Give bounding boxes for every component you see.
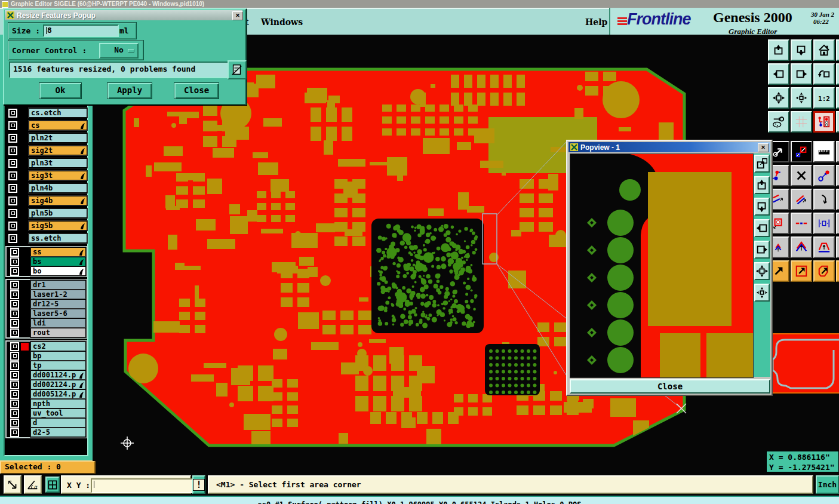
previous-view-button[interactable] [813,63,835,85]
layer-visibility-checkbox[interactable] [10,328,19,337]
popview-pan-left-button[interactable] [754,219,770,237]
popview-fit-view-button[interactable] [754,262,770,280]
dash-line-button[interactable] [791,213,812,234]
xy-input[interactable] [91,478,193,493]
toolbar-button-clipped[interactable] [836,111,839,133]
units-button[interactable]: Inch [816,475,839,494]
net-highlight-button[interactable] [813,111,835,133]
layer-color-chip[interactable] [19,134,27,142]
layer-label[interactable]: uv_tool [30,408,86,418]
paste-down-button[interactable] [791,39,812,61]
layer-visibility-checkbox[interactable] [8,184,17,193]
layer-label[interactable]: ss [30,247,86,257]
layer-visibility-checkbox[interactable] [10,390,19,399]
slope-measure-button[interactable] [791,189,812,210]
delete-x-button[interactable] [791,165,812,186]
popview-titlebar[interactable]: Popview - 1 [568,142,770,152]
layer-color-chip[interactable] [19,197,27,205]
layer-color-chip[interactable] [21,281,29,289]
select-frame-button[interactable] [791,260,812,282]
layer-visibility-checkbox[interactable] [8,109,17,118]
layer-visibility-checkbox[interactable] [10,409,19,418]
layer-visibility-checkbox[interactable] [8,134,17,143]
layer-label[interactable]: pln4b [29,183,87,193]
toolbar-button-clipped[interactable] [836,189,839,210]
layer-color-chip[interactable] [21,371,29,379]
layer-color-chip[interactable] [19,222,27,230]
pan-right-button[interactable] [791,63,812,85]
layer-visibility-checkbox[interactable] [10,300,19,309]
popview-zoom-out-button[interactable] [754,198,770,216]
toolbar-button-clipped[interactable] [836,141,839,162]
menu-item-help[interactable]: Help [585,17,607,27]
notch-medium-button[interactable] [791,236,812,258]
apply-button[interactable]: Apply [107,82,152,99]
layer-label[interactable]: cs2 [30,342,86,351]
home-button[interactable] [813,39,835,61]
center-view-button[interactable] [791,87,812,109]
angle-alpha-button[interactable]: α [24,475,42,494]
layer-color-chip[interactable] [21,391,29,398]
layer-color-chip[interactable] [21,248,29,256]
layer-label[interactable]: pln5b [29,208,87,218]
toolbar-button-clipped[interactable] [836,236,839,258]
layer-label[interactable]: laser5-6 [30,309,86,318]
layer-label[interactable]: bs [30,257,86,266]
layer-label[interactable]: sig3t [29,171,87,180]
popview-pan-right-button[interactable] [754,241,770,259]
layer-color-chip[interactable] [21,310,29,318]
popview-close-icon[interactable]: ✕ [758,143,769,152]
toolbar-button-clipped[interactable] [836,260,839,282]
layer-visibility-checkbox[interactable] [10,428,19,437]
layer-color-chip[interactable] [19,122,27,130]
layer-label[interactable]: sig5b [29,221,87,231]
layer-label[interactable]: ldi [30,318,86,328]
layer-label[interactable]: cs [29,121,87,130]
layer-color-chip[interactable] [21,400,29,408]
layer-visibility-checkbox[interactable] [10,399,19,408]
layer-visibility-checkbox[interactable] [10,309,19,318]
layer-visibility-checkbox[interactable] [10,281,19,290]
layer-color-chip[interactable] [21,419,29,427]
corner-control-option[interactable]: No [99,43,139,59]
point-measure-button[interactable] [813,165,835,186]
layer-visibility-checkbox[interactable] [10,248,19,257]
toolbar-button-clipped[interactable] [836,39,839,61]
layer-color-chip[interactable] [19,172,27,180]
layer-color-chip[interactable] [21,268,29,275]
select-polygon-button[interactable] [813,260,835,282]
layer-label[interactable]: tp [30,361,86,370]
popview-close-button[interactable]: Close [570,379,770,394]
layer-color-chip[interactable] [21,329,29,337]
layer-label[interactable]: d2-5 [30,428,86,437]
layer-color-chip[interactable] [21,343,29,351]
layer-color-chip[interactable] [21,410,29,417]
layer-label[interactable]: pln2t [29,133,87,143]
layer-color-chip[interactable] [21,362,29,370]
close-button[interactable]: Close [174,82,219,99]
layer-label[interactable]: pln3t [29,158,87,168]
layer-label[interactable]: d [30,418,86,428]
layer-color-chip[interactable] [21,429,29,437]
toolbar-button-clipped[interactable] [836,63,839,85]
layer-color-chip[interactable] [19,210,27,217]
report-button[interactable] [228,60,247,79]
layer-visibility-checkbox[interactable] [8,121,17,130]
layer-visibility-checkbox[interactable] [8,222,17,231]
zoom-rect-button[interactable] [791,141,812,162]
quad-view-button[interactable] [45,477,60,493]
layer-color-chip[interactable] [19,235,27,242]
layer-visibility-checkbox[interactable] [10,257,19,266]
layer-label[interactable]: dd002124.p [30,380,86,389]
ruler-button[interactable] [813,141,835,162]
layer-visibility-checkbox[interactable] [10,419,19,428]
layer-label[interactable]: dd005124.p [30,389,86,399]
layer-label[interactable]: rout [30,328,86,337]
layer-visibility-checkbox[interactable] [10,371,19,380]
dialog-close-icon[interactable]: ✕ [232,11,243,20]
layer-label[interactable]: bo [30,266,86,276]
layer-color-chip[interactable] [21,352,29,360]
ok-button[interactable]: Ok [39,82,82,99]
scale-1-2-button[interactable]: 1:2 [813,87,835,109]
layer-visibility-checkbox[interactable] [8,196,17,205]
